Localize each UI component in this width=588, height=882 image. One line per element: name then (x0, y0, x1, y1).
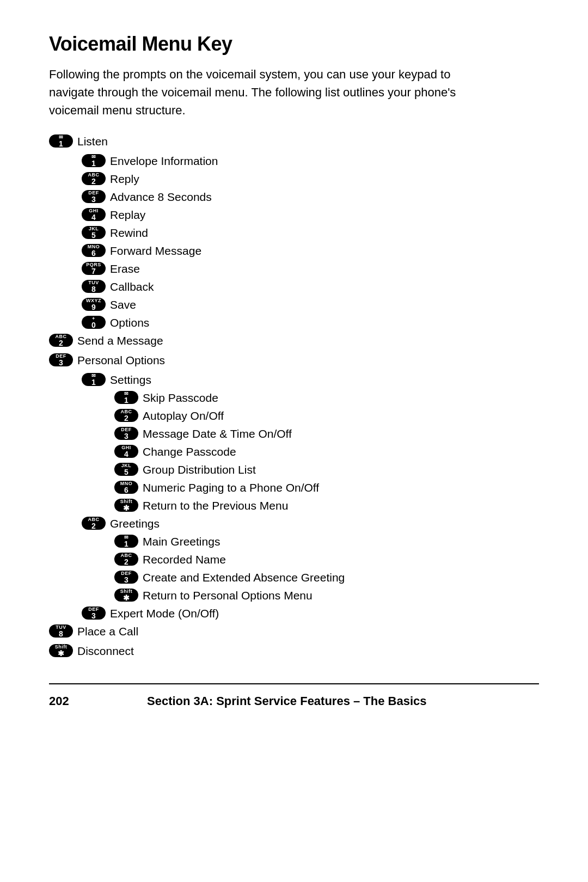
menu-tree: ✉1Listen✉1Envelope InformationABC2ReplyD… (49, 134, 539, 657)
menu-badge: ABC2 (114, 409, 138, 422)
menu-badge: DEF3 (82, 607, 106, 620)
menu-badge: Shift✱ (114, 499, 138, 512)
menu-item: MNO6Numeric Paging to a Phone On/Off (114, 481, 539, 494)
menu-item-label: Forward Message (110, 245, 201, 256)
menu-item-label: Save (110, 299, 136, 310)
menu-item: ✉1Settings (82, 373, 539, 386)
menu-badge: GHI4 (114, 445, 138, 458)
menu-item: DEF3Message Date & Time On/Off (114, 427, 539, 440)
menu-item-label: Autoplay On/Off (143, 410, 224, 421)
menu-badge: ✉1 (114, 391, 138, 404)
menu-item-label: Expert Mode (On/Off) (110, 608, 219, 619)
menu-badge: DEF3 (114, 427, 138, 440)
menu-item: DEF3Personal Options (49, 353, 539, 366)
menu-item-label: Replay (110, 209, 145, 220)
menu-badge: TUV8 (49, 624, 73, 638)
menu-item: Shift✱Return to the Previous Menu (114, 499, 539, 512)
menu-badge: ✉1 (49, 134, 73, 148)
menu-item-label: Return to the Previous Menu (143, 500, 288, 511)
menu-badge: DEF3 (114, 571, 138, 584)
menu-item: DEF3Create and Extended Absence Greeting (114, 571, 539, 584)
menu-badge: Shift✱ (49, 644, 73, 657)
menu-badge: MNO6 (114, 481, 138, 494)
menu-badge: WXYZ9 (82, 298, 106, 311)
menu-item: MNO6Forward Message (82, 244, 539, 257)
page-title: Voicemail Menu Key (49, 33, 539, 56)
intro-text: Following the prompts on the voicemail s… (49, 65, 495, 119)
footer-section-text: Section 3A: Sprint Service Features – Th… (147, 694, 427, 708)
menu-item: ABC2Greetings (82, 517, 539, 530)
menu-item: JKL5Group Distribution List (114, 463, 539, 476)
menu-item-label: Change Passcode (143, 446, 236, 457)
menu-badge: + 0 (82, 316, 106, 329)
menu-item-label: Message Date & Time On/Off (143, 428, 292, 439)
menu-badge: ABC2 (82, 517, 106, 530)
menu-item-label: Group Distribution List (143, 464, 256, 475)
menu-item: ABC2Send a Message (49, 334, 539, 347)
menu-item-label: Options (110, 317, 149, 328)
menu-item: ✉1Envelope Information (82, 154, 539, 167)
menu-badge: PQRS7 (82, 262, 106, 275)
menu-item-label: Send a Message (77, 335, 163, 346)
menu-badge: JKL5 (82, 226, 106, 239)
menu-item-label: Callback (110, 281, 154, 292)
menu-item-label: Create and Extended Absence Greeting (143, 572, 345, 583)
menu-item: ABC2Autoplay On/Off (114, 409, 539, 422)
menu-badge: MNO6 (82, 244, 106, 257)
menu-item: ✉1Listen (49, 134, 539, 148)
menu-item: GHI4Change Passcode (114, 445, 539, 458)
menu-item: GHI4Replay (82, 208, 539, 221)
menu-item-label: Return to Personal Options Menu (143, 590, 313, 601)
menu-badge: JKL5 (114, 463, 138, 476)
menu-item-label: Erase (110, 263, 140, 274)
menu-item: ABC2Reply (82, 172, 539, 185)
menu-badge: ABC2 (114, 553, 138, 566)
menu-badge: ✉1 (114, 535, 138, 548)
menu-badge: TUV8 (82, 280, 106, 293)
footer: 202 Section 3A: Sprint Service Features … (49, 683, 539, 708)
menu-item: + 0Options (82, 316, 539, 329)
menu-badge: ABC2 (82, 172, 106, 185)
menu-item-label: Numeric Paging to a Phone On/Off (143, 482, 319, 493)
menu-item: JKL5Rewind (82, 226, 539, 239)
menu-item: Shift✱Disconnect (49, 644, 539, 657)
footer-page-number: 202 (49, 694, 103, 708)
menu-item-label: Skip Passcode (143, 392, 218, 403)
menu-item-label: Greetings (110, 518, 160, 529)
menu-item: WXYZ9Save (82, 298, 539, 311)
menu-item: TUV8Callback (82, 280, 539, 293)
menu-item-label: Disconnect (77, 645, 134, 657)
menu-item: DEF3Expert Mode (On/Off) (82, 607, 539, 620)
menu-item-label: Main Greetings (143, 536, 220, 547)
menu-item: ✉1Main Greetings (114, 535, 539, 548)
menu-item-label: Envelope Information (110, 155, 218, 167)
menu-item-label: Recorded Name (143, 554, 226, 565)
menu-item-label: Reply (110, 173, 139, 185)
menu-item-label: Settings (110, 374, 151, 385)
menu-item: PQRS7Erase (82, 262, 539, 275)
menu-item: DEF3Advance 8 Seconds (82, 190, 539, 203)
menu-item-label: Personal Options (77, 354, 165, 366)
menu-badge: Shift✱ (114, 589, 138, 602)
menu-item-label: Listen (77, 136, 108, 147)
menu-badge: ✉1 (82, 154, 106, 167)
menu-item: ABC2Recorded Name (114, 553, 539, 566)
menu-badge: ✉1 (82, 373, 106, 386)
menu-item-label: Advance 8 Seconds (110, 191, 212, 203)
menu-item: TUV8Place a Call (49, 624, 539, 638)
menu-item-label: Rewind (110, 227, 148, 238)
menu-badge: GHI4 (82, 208, 106, 221)
menu-item: Shift✱Return to Personal Options Menu (114, 589, 539, 602)
menu-badge: DEF3 (49, 353, 73, 366)
menu-item: ✉1Skip Passcode (114, 391, 539, 404)
menu-badge: ABC2 (49, 334, 73, 347)
menu-item-label: Place a Call (77, 626, 138, 637)
menu-badge: DEF3 (82, 190, 106, 203)
